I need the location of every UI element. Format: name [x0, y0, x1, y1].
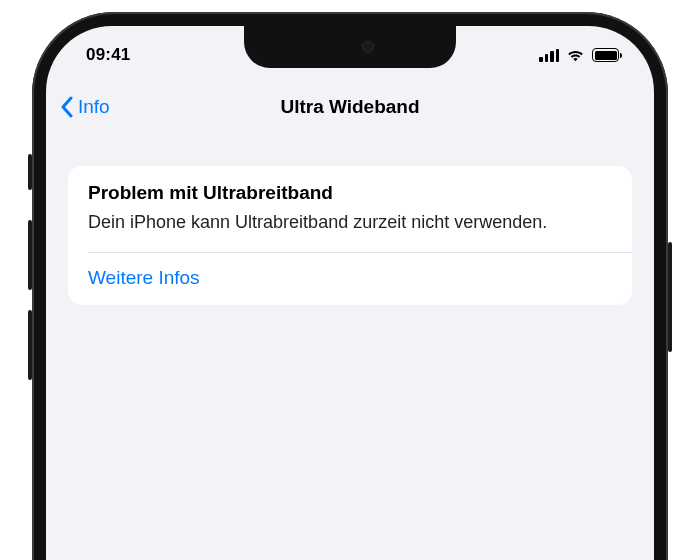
- phone-frame: 09:41: [32, 12, 668, 560]
- mute-switch: [28, 154, 32, 190]
- back-label: Info: [78, 96, 110, 118]
- battery-icon: [592, 48, 622, 62]
- wifi-icon: [566, 48, 585, 62]
- front-camera: [362, 41, 374, 53]
- page-title: Ultra Wideband: [58, 96, 642, 118]
- volume-down-button: [28, 310, 32, 380]
- more-info-link[interactable]: Weitere Infos: [68, 253, 632, 305]
- back-button[interactable]: Info: [60, 96, 110, 118]
- status-card: Problem mit Ultrabreitband Dein iPhone k…: [68, 166, 632, 305]
- notch: [244, 26, 456, 68]
- status-indicators: [539, 48, 622, 62]
- card-title: Problem mit Ultrabreitband: [88, 182, 612, 204]
- content-area: Problem mit Ultrabreitband Dein iPhone k…: [46, 130, 654, 305]
- screen: 09:41: [46, 26, 654, 560]
- power-button: [668, 242, 672, 352]
- cellular-icon: [539, 49, 559, 62]
- status-time: 09:41: [86, 45, 130, 65]
- card-message: Problem mit Ultrabreitband Dein iPhone k…: [68, 166, 632, 252]
- volume-up-button: [28, 220, 32, 290]
- chevron-left-icon: [60, 96, 74, 118]
- nav-bar: Info Ultra Wideband: [46, 84, 654, 130]
- card-body: Dein iPhone kann Ultrabreitband zurzeit …: [88, 210, 612, 234]
